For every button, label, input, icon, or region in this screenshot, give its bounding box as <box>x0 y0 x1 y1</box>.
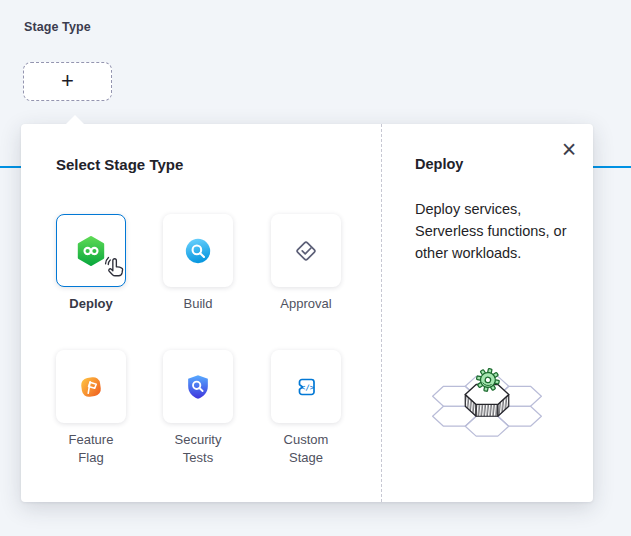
custom-stage-code-icon: </> <box>290 371 322 403</box>
select-stage-type-popover: Select Stage Type Deploy <box>21 124 593 502</box>
stage-tile-security-tests-box[interactable] <box>163 350 233 423</box>
popover-section-divider <box>381 124 382 502</box>
stage-tile-deploy[interactable]: Deploy <box>36 214 146 313</box>
feature-flag-icon <box>75 371 107 403</box>
stage-type-label: Stage Type <box>24 20 91 34</box>
stage-tile-security-tests-label: Security Tests <box>166 431 230 467</box>
popover-title: Select Stage Type <box>56 156 183 173</box>
stage-tile-custom-stage-box[interactable]: </> <box>271 350 341 423</box>
build-circle-search-icon <box>183 236 213 266</box>
stage-tile-security-tests[interactable]: Security Tests <box>143 350 253 467</box>
stage-tile-build-label: Build <box>166 295 230 313</box>
stage-tile-feature-flag-box[interactable] <box>56 350 126 423</box>
deploy-hexagon-infinity-icon <box>75 235 107 267</box>
svg-text:</>: </> <box>301 382 315 391</box>
stage-tile-custom-stage[interactable]: </> Custom Stage <box>251 350 361 467</box>
stage-tile-approval[interactable]: Approval <box>251 214 361 313</box>
popover-caret <box>65 115 85 125</box>
stage-tile-custom-stage-label: Custom Stage <box>274 431 338 467</box>
stage-tile-build[interactable]: Build <box>143 214 253 313</box>
add-stage-button[interactable]: + <box>23 62 112 101</box>
hexagons-gear-illustration <box>419 348 555 450</box>
stage-tile-approval-box[interactable] <box>271 214 341 287</box>
close-icon[interactable]: × <box>554 134 584 164</box>
stage-tile-feature-flag[interactable]: Feature Flag <box>36 350 146 467</box>
stage-detail-title: Deploy <box>415 156 463 172</box>
stage-detail-description: Deploy services, Serverless functions, o… <box>415 198 567 264</box>
plus-icon: + <box>61 70 74 92</box>
stage-tile-deploy-label: Deploy <box>59 295 123 313</box>
stage-tile-deploy-box[interactable] <box>56 214 126 287</box>
stage-tile-feature-flag-label: Feature Flag <box>59 431 123 467</box>
stage-tile-approval-label: Approval <box>274 295 338 313</box>
pipeline-stage-canvas: Stage Type + Select Stage Type <box>0 0 631 536</box>
security-shield-search-icon <box>183 372 213 402</box>
stage-tile-build-box[interactable] <box>163 214 233 287</box>
approval-diamond-check-icon <box>290 235 322 267</box>
